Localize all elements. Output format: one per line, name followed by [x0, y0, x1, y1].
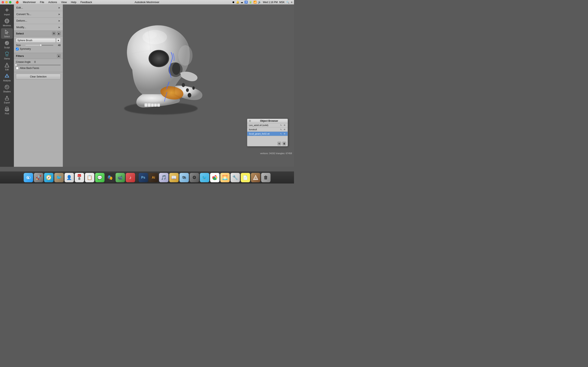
svg-point-42 [188, 93, 191, 98]
panel-convert-item[interactable]: Convert To... ▶ [14, 11, 63, 17]
control-icon[interactable]: ≡ [291, 1, 292, 4]
filters-section-header: Filters ▲ [14, 53, 63, 59]
symmetry-checkbox[interactable] [16, 48, 18, 50]
allow-back-faces-label: Allow Back Faces [20, 67, 39, 69]
dock-separator [137, 174, 137, 182]
menubar-apple[interactable]: 🍎 [13, 0, 21, 4]
viewport[interactable]: Object Browser Leo_adult.stl (solid) ✎ 👁… [63, 4, 294, 167]
ob-visibility-icon-1[interactable]: 👁 [283, 124, 286, 127]
panel-deform-item[interactable]: Deform... ▶ [14, 17, 63, 24]
brush-type-arrow[interactable]: ▼ [56, 38, 61, 43]
statusbar: vertices: 34262 triangles: 67458 [260, 152, 292, 155]
object-browser-titlebar: Object Browser [247, 119, 288, 123]
sidebar-tool-stamp[interactable]: Stamp [1, 50, 13, 61]
dock-rocket[interactable]: 🚀 [34, 173, 43, 182]
crease-thumb[interactable] [15, 64, 17, 66]
dock-itunes2[interactable]: 🎵 [159, 173, 168, 182]
svg-point-8 [6, 52, 8, 55]
ob-object-3[interactable]: Scull_geant_fix02.stl ✎ 👁 [247, 132, 288, 136]
object-browser-title: Object Browser [252, 119, 286, 122]
dock-itunes-red[interactable]: ♪ [126, 173, 135, 182]
dock-ibooks[interactable]: 📖 [169, 173, 179, 182]
dock-utility[interactable]: 🔧 [231, 173, 240, 182]
sidebar-tool-edit[interactable]: Edit [1, 61, 13, 72]
dock-photoshop[interactable]: Ps [139, 173, 148, 182]
ob-object-2[interactable]: lionskull ✎ 👁 [247, 127, 288, 132]
dock-appstore[interactable]: 🛍 [180, 173, 189, 182]
select-icon [4, 29, 10, 35]
ob-object-1[interactable]: Leo_adult.stl (solid) ✎ 👁 [247, 123, 288, 127]
filters-collapse-button[interactable]: ▲ [57, 54, 61, 58]
dock-contacts[interactable]: 👤 [65, 173, 74, 182]
maximize-button[interactable] [9, 1, 11, 3]
menubar-timezone: MSK [279, 1, 285, 4]
clear-selection-button[interactable]: Clear Selection [16, 74, 61, 80]
minimize-button[interactable] [5, 1, 8, 3]
dock-reminders[interactable]: 📋 [85, 173, 94, 182]
dock-facetime[interactable]: 📹 [116, 173, 125, 182]
svg-rect-28 [6, 107, 8, 109]
dock-notes[interactable]: 📄 [241, 173, 250, 182]
allow-back-faces-checkbox[interactable] [16, 67, 18, 69]
ob-edit-icon-1[interactable]: ✎ [279, 124, 282, 127]
menubar-meshmixer[interactable]: Meshmixer [21, 0, 38, 4]
dock-trash[interactable]: 🗑 [261, 173, 270, 182]
sidebar-tool-import[interactable]: Import [1, 6, 13, 17]
dock-chrome[interactable] [210, 173, 219, 182]
dock-finder[interactable]: ☻ [24, 173, 33, 182]
dock-twitter[interactable]: 🐦 [200, 173, 209, 182]
menubar-help[interactable]: Help [69, 0, 78, 4]
ob-delete-button[interactable]: 🗑 [282, 142, 286, 145]
dock-photos[interactable]: 🌅 [220, 173, 230, 182]
sidebar-tool-export[interactable]: Export [1, 94, 13, 105]
dock-eyecandy[interactable]: 🎭 [105, 173, 115, 182]
sidebar-tool-sculpt[interactable]: Sculpt [1, 39, 13, 50]
object-browser-close[interactable] [249, 120, 251, 122]
svg-line-11 [5, 52, 6, 53]
ob-edit-icon-2[interactable]: ✎ [279, 128, 282, 131]
select-label: Select [4, 35, 10, 38]
ai-label: Ai [152, 176, 155, 179]
ob-duplicate-button[interactable]: ⧉ [277, 142, 281, 145]
sidebar-tool-print[interactable]: Print [1, 105, 13, 116]
menubar-actions[interactable]: Actions [46, 0, 59, 4]
crease-angle-label: Crease Angle [16, 60, 34, 63]
close-button[interactable] [2, 1, 4, 3]
ob-object-1-icons: ✎ 👁 [279, 124, 286, 127]
wifi-icon: 📶 [253, 1, 257, 4]
dock-matterial[interactable] [251, 173, 260, 182]
svg-line-10 [8, 52, 9, 53]
select-gear-button[interactable]: ⚙ [52, 32, 56, 35]
size-thumb[interactable] [39, 44, 42, 47]
dock-syspref[interactable]: ⚙ [190, 173, 199, 182]
panel-convert-label: Convert To... [16, 13, 31, 16]
panel-edit-item[interactable]: Edit... ▶ [14, 4, 63, 11]
print-icon [4, 106, 10, 112]
panel-modify-item[interactable]: Modify... ▶ [14, 24, 63, 31]
menubar-view[interactable]: View [59, 0, 69, 4]
sidebar-tool-analysis[interactable]: Analysis [1, 72, 13, 83]
dock-calendar[interactable]: NOV 8 [75, 173, 84, 182]
sidebar-tool-shaders[interactable]: Shaders [1, 83, 13, 94]
svg-point-7 [6, 42, 7, 43]
dock-mailbird[interactable]: 🐦 [54, 173, 64, 182]
ob-visibility-icon-2[interactable]: 👁 [283, 128, 286, 131]
ob-object-3-icons: ✎ 👁 [279, 132, 286, 135]
brush-type-select[interactable]: Sphere Brush Lasso Polygon Lasso [16, 38, 56, 43]
dock-illustrator[interactable]: Ai [149, 173, 158, 182]
dock-safari[interactable]: 🧭 [44, 173, 53, 182]
select-collapse-button[interactable]: ▲ [57, 32, 61, 35]
sidebar-tool-select[interactable]: Select [1, 28, 13, 39]
menubar-file[interactable]: File [38, 0, 46, 4]
ob-visibility-icon-3[interactable]: 👁 [283, 132, 286, 135]
svg-line-20 [6, 74, 7, 77]
select-section-header: Select ⚙ ▲ [14, 31, 63, 36]
cloud-icon: ☁ [241, 1, 243, 4]
ob-edit-icon-3[interactable]: ✎ [279, 132, 282, 135]
search-icon[interactable]: 🔍 [286, 1, 289, 4]
crease-track [16, 65, 61, 66]
dock-messages[interactable]: 💬 [95, 173, 104, 182]
sidebar-tool-meshmix[interactable]: Meshmix [1, 17, 13, 28]
meshmix-label: Meshmix [3, 25, 11, 27]
menubar-feedback[interactable]: Feedback [78, 0, 94, 4]
